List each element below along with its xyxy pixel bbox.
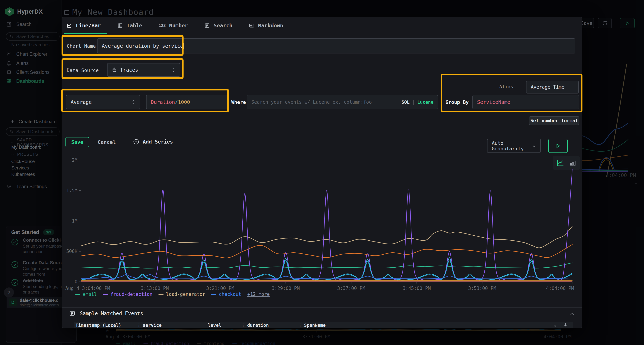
- where-label: Where: [231, 99, 246, 105]
- preview-line-chart[interactable]: 0500K1M1.5M2MAug 4 3:04:00 PM3:13:00 PM3…: [64, 151, 582, 297]
- create-dashboard-button[interactable]: Create Dashboard: [10, 119, 56, 124]
- events-table-header: Timestamp (Local)⋮service⋮level⋮duration…: [74, 322, 573, 328]
- get-started-progress-badge: 3/3: [43, 229, 54, 235]
- chart-type-tabs: Line/BarTable123NumberSearchMarkdown: [62, 17, 582, 34]
- sidebar-item-alerts[interactable]: Alerts: [0, 59, 62, 68]
- divider: [62, 307, 582, 308]
- tab-line-bar[interactable]: Line/Bar: [66, 22, 101, 28]
- dashboard-run-button[interactable]: [620, 18, 635, 28]
- chart-name-input[interactable]: Average duration by service: [97, 38, 575, 53]
- alias-input[interactable]: Average Time: [526, 81, 579, 93]
- legend-more-link[interactable]: +12 more: [247, 292, 270, 297]
- column-resize-handle[interactable]: ⋮: [137, 323, 141, 328]
- group-by-input[interactable]: ServiceName: [472, 95, 579, 109]
- dashboard-refresh-button[interactable]: [598, 18, 612, 28]
- data-source-select[interactable]: Traces: [107, 63, 180, 77]
- sidebar-item-search[interactable]: Search: [0, 20, 62, 29]
- check-circle-icon: [11, 279, 19, 286]
- filter-icon[interactable]: [552, 323, 558, 328]
- field-expression-input[interactable]: Duration/1000: [146, 95, 228, 109]
- help-button[interactable]: ?: [4, 288, 14, 298]
- save-button[interactable]: Save: [66, 137, 89, 147]
- svg-text:4:04:00 PM: 4:04:00 PM: [544, 334, 572, 340]
- background-chart-tile: 4:04:00 PM: [582, 54, 644, 197]
- sidebar-item-services[interactable]: Services: [11, 165, 29, 171]
- sample-events-header: Sample Matched Events: [69, 310, 143, 317]
- granularity-select[interactable]: Auto Granularity: [487, 139, 541, 153]
- table-icon: [117, 23, 123, 28]
- run-query-button[interactable]: [548, 139, 568, 153]
- legend-item-email[interactable]: email: [75, 292, 97, 297]
- play-icon: [625, 21, 630, 25]
- series-line-load-generator: [81, 226, 572, 248]
- legend-item-load-generator[interactable]: load-generator: [158, 292, 205, 297]
- y-tick-label: 2M: [72, 157, 78, 163]
- divider: [62, 86, 509, 86]
- background-chart-legend: emailfraud-detectionfrontendrecommendati…: [116, 341, 275, 345]
- legend-swatch: [103, 294, 108, 295]
- series-line-email: [81, 263, 572, 268]
- sidebar-section-1[interactable]: PRESETS: [11, 152, 38, 157]
- column-header-level[interactable]: level: [206, 323, 241, 328]
- column-resize-handle[interactable]: ⋮: [202, 323, 206, 328]
- add-series-button[interactable]: Add Series: [133, 139, 173, 145]
- chart-legend: emailfraud-detectionload-generatorchecko…: [75, 292, 270, 297]
- gear-icon: [6, 184, 12, 189]
- expression-token: 1000: [178, 99, 190, 105]
- sql-mode-toggle[interactable]: SQL: [402, 100, 410, 105]
- saved-searches-input[interactable]: [6, 32, 60, 41]
- sidebar-item-clickhouse[interactable]: ClickHouse: [11, 159, 35, 164]
- panel-collapse-icon: [64, 9, 70, 15]
- legend-swatch: [158, 294, 164, 295]
- sidebar-collapse-button[interactable]: [64, 9, 70, 16]
- sidebar-item-dashboards[interactable]: Dashboards: [0, 76, 62, 86]
- x-tick-label: 3:21:00 PM: [206, 286, 234, 291]
- search-icon: [10, 34, 14, 39]
- sidebar-item-kubernetes[interactable]: Kubernetes: [11, 172, 35, 177]
- saved-searches-field[interactable]: [16, 34, 56, 39]
- where-search-input[interactable]: Search your events w/ Lucene ex. column:…: [247, 95, 438, 109]
- x-tick-label: 3:45:00 PM: [403, 286, 431, 291]
- column-header-duration[interactable]: duration: [246, 323, 298, 328]
- legend-item-fraud-detection[interactable]: fraud-detection: [103, 292, 152, 297]
- column-header-service[interactable]: service: [141, 323, 202, 328]
- tab-markdown[interactable]: Markdown: [249, 22, 283, 28]
- data-source-label: Data Source: [67, 67, 99, 73]
- collapse-section-button[interactable]: [570, 312, 575, 318]
- sidebar-item-chart-explorer[interactable]: Chart Explorer: [0, 49, 62, 59]
- saved-dashboards-field[interactable]: [16, 129, 56, 134]
- legend-item-checkout[interactable]: checkout: [211, 292, 241, 297]
- brand[interactable]: HyperDX: [5, 7, 43, 16]
- column-resize-handle[interactable]: ⋮: [298, 323, 302, 328]
- column-resize-handle[interactable]: ⋮: [241, 323, 246, 328]
- markdown-icon: [249, 23, 254, 28]
- x-tick-label: 3:37:00 PM: [337, 286, 365, 291]
- sidebar-item-client-sessions[interactable]: Client Sessions: [0, 67, 62, 77]
- column-header-spanname[interactable]: SpanName: [302, 323, 378, 328]
- background-legend-item: frontend: [197, 341, 224, 345]
- chevron-up-icon: [570, 312, 575, 317]
- saved-dashboards-input[interactable]: [6, 127, 60, 136]
- divider: [62, 58, 582, 58]
- chevron-down-icon: [11, 141, 14, 144]
- sidebar-item-my-dashboard[interactable]: My Dashboard: [11, 144, 42, 150]
- hyperdx-logo-icon: [5, 7, 14, 16]
- data-source-value: Traces: [120, 67, 138, 73]
- play-icon: [555, 143, 561, 149]
- column-header-timestamp-local-[interactable]: Timestamp (Local): [74, 323, 137, 328]
- set-number-format-button[interactable]: Set number format: [529, 116, 580, 125]
- x-tick-label: 3:53:00 PM: [468, 286, 496, 291]
- background-legend-item: recommendation: [232, 341, 275, 345]
- expression-token: Duration: [151, 99, 175, 105]
- aggregation-select[interactable]: Average: [66, 95, 140, 109]
- sidebar-item-team-settings[interactable]: Team Settings: [0, 182, 62, 191]
- download-icon[interactable]: [563, 323, 568, 328]
- text-caret: [184, 43, 184, 49]
- check-circle-icon: [11, 238, 19, 246]
- legend-swatch: [75, 294, 80, 295]
- tab-search[interactable]: Search: [204, 22, 232, 28]
- cancel-button[interactable]: Cancel: [98, 137, 116, 147]
- lucene-mode-toggle[interactable]: Lucene: [417, 100, 434, 105]
- tab-table[interactable]: Table: [117, 22, 142, 28]
- tab-number[interactable]: 123Number: [159, 22, 188, 28]
